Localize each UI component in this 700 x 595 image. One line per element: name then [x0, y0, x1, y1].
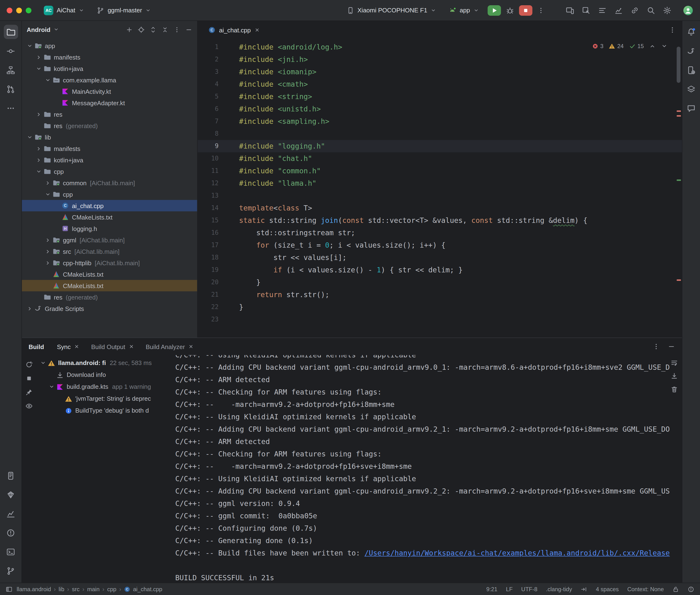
breadcrumb-item[interactable]: cpp: [107, 586, 116, 592]
project-view-selector[interactable]: Android: [27, 26, 51, 33]
hide-panel-icon[interactable]: [185, 26, 192, 33]
breadcrumb-item[interactable]: main: [87, 586, 100, 592]
app-insights-icon[interactable]: [614, 6, 623, 15]
stop-button[interactable]: [519, 5, 532, 16]
build-tree-item[interactable]: BuildType 'debug' is both d: [36, 404, 169, 417]
build-tree-item[interactable]: Download info: [36, 369, 169, 381]
project-tree-item[interactable]: CMakeLists.txt: [22, 211, 197, 223]
tool-terminal-button[interactable]: [4, 544, 18, 559]
run-button[interactable]: [487, 5, 501, 16]
build-tree-item[interactable]: llama.android: fi22 sec, 583 ms: [36, 357, 169, 369]
ok-count[interactable]: 15: [629, 43, 644, 50]
chevron-open-icon[interactable]: [35, 168, 43, 175]
tool-resource-manager-button[interactable]: [684, 82, 698, 96]
build-tab-build-analyzer[interactable]: Build Analyzer: [141, 341, 198, 352]
chevron-closed-icon[interactable]: [35, 156, 43, 164]
window-zoom-button[interactable]: [26, 7, 31, 13]
project-tree-item[interactable]: lib: [22, 132, 197, 143]
tool-device-explorer-button[interactable]: [4, 468, 18, 483]
clang-tidy-status[interactable]: .clang-tidy: [546, 586, 572, 592]
project-tree-item[interactable]: MessageAdapter.kt: [22, 97, 197, 109]
settings-icon[interactable]: [663, 6, 671, 15]
project-tree-item[interactable]: CMakeLists.txt: [22, 280, 197, 291]
breadcrumb-item[interactable]: lib: [59, 586, 64, 592]
close-icon[interactable]: [129, 344, 134, 349]
project-tree-item[interactable]: cpp-httplib[AiChat.lib.main]: [22, 257, 197, 268]
tool-bell-dot-button[interactable]: [684, 25, 698, 39]
project-tree-item[interactable]: manifests: [22, 51, 197, 63]
log-link[interactable]: /Users/hanyin/Workspace/ai-chat/examples…: [364, 549, 670, 557]
chevron-open-icon[interactable]: [44, 191, 52, 198]
tool-version-control-button[interactable]: [4, 564, 18, 578]
project-tree-item[interactable]: kotlin+java: [22, 63, 197, 74]
running-devices-icon[interactable]: [566, 6, 574, 15]
add-icon[interactable]: [126, 26, 133, 33]
tool-pull-requests-button[interactable]: [4, 82, 18, 96]
chevron-closed-icon[interactable]: [44, 259, 52, 267]
project-widget[interactable]: AC AiChat: [40, 4, 88, 17]
project-tree-item[interactable]: Hlogging.h: [22, 223, 197, 234]
chevron-closed-icon[interactable]: [26, 305, 34, 312]
error-count[interactable]: 3: [592, 43, 603, 50]
layout-inspector-icon[interactable]: [582, 6, 590, 15]
notifications-status-icon[interactable]: [688, 586, 694, 592]
file-encoding[interactable]: UTF-8: [521, 586, 537, 592]
project-tree-item[interactable]: Gradle Scripts: [22, 303, 197, 314]
project-tree-item[interactable]: res: [22, 109, 197, 120]
tool-structure-button[interactable]: [4, 63, 18, 77]
close-tab-icon[interactable]: [254, 27, 260, 33]
stop-sm-icon[interactable]: [25, 374, 33, 382]
chevron-open-icon[interactable]: [35, 65, 43, 73]
build-tab-sync[interactable]: Sync: [53, 341, 84, 352]
build-tree-item[interactable]: 'jvmTarget: String' is deprec: [36, 393, 169, 404]
attach-link-icon[interactable]: [631, 6, 639, 15]
tool-project-folder-button[interactable]: [4, 25, 18, 39]
toolwindow-toggle-icon[interactable]: [6, 586, 12, 592]
run-config-selector[interactable]: app: [445, 4, 483, 16]
breadcrumb-item[interactable]: src: [72, 586, 80, 592]
tool-profiler-button[interactable]: [4, 506, 18, 521]
chevron-open-icon[interactable]: [26, 133, 34, 141]
chevron-open-icon[interactable]: [26, 42, 34, 50]
project-tree-item[interactable]: com.example.llama: [22, 74, 197, 86]
chevron-closed-icon[interactable]: [35, 111, 43, 118]
ok-stripe-mark[interactable]: [677, 179, 681, 181]
next-problem-icon[interactable]: [661, 43, 668, 50]
logcat-icon[interactable]: [598, 6, 607, 15]
editor-tab-ai-chat-cpp[interactable]: C ai_chat.cpp: [202, 21, 265, 39]
close-icon[interactable]: [74, 344, 80, 349]
project-tree-item[interactable]: common[AiChat.lib.main]: [22, 177, 197, 189]
chevron-closed-icon[interactable]: [44, 179, 52, 187]
inspections-widget[interactable]: 3 24 15: [592, 43, 668, 50]
project-tree-item[interactable]: src[AiChat.lib.main]: [22, 246, 197, 257]
tool-commit-button[interactable]: [4, 44, 18, 58]
prev-problem-icon[interactable]: [649, 43, 656, 50]
build-panel-title[interactable]: Build: [29, 343, 44, 350]
window-close-button[interactable]: [7, 7, 12, 13]
project-tree-item[interactable]: MainActivity.kt: [22, 86, 197, 97]
chevron-open-icon[interactable]: [44, 76, 52, 84]
error-stripe-mark[interactable]: [677, 115, 681, 117]
chevron-open-icon[interactable]: [39, 359, 47, 367]
project-tree-item[interactable]: res(generated): [22, 291, 197, 303]
chevron-closed-icon[interactable]: [35, 53, 43, 61]
tool-more-button[interactable]: [4, 101, 18, 115]
build-tab-build-output[interactable]: Build Output: [87, 341, 139, 352]
chevron-closed-icon[interactable]: [44, 236, 52, 244]
build-options-icon[interactable]: [652, 343, 660, 350]
breadcrumb-item[interactable]: Cai_chat.cpp: [124, 586, 163, 592]
sync-icon[interactable]: [25, 361, 33, 368]
project-tree-item[interactable]: cpp: [22, 166, 197, 177]
caret-position[interactable]: 9:21: [486, 586, 498, 592]
trash-icon[interactable]: [670, 386, 678, 393]
pin-icon[interactable]: [25, 388, 33, 396]
hide-build-panel-icon[interactable]: [668, 343, 675, 350]
tool-device-manager-button[interactable]: [684, 63, 698, 77]
project-tree-item[interactable]: cpp: [22, 189, 197, 200]
collapse-all-icon[interactable]: [162, 26, 169, 33]
project-tree-item[interactable]: res(generated): [22, 120, 197, 132]
window-minimize-button[interactable]: [16, 7, 22, 13]
tool-assistant-button[interactable]: [684, 101, 698, 115]
context-setting[interactable]: Context: None: [627, 586, 664, 592]
error-stripe-mark[interactable]: [677, 111, 681, 112]
